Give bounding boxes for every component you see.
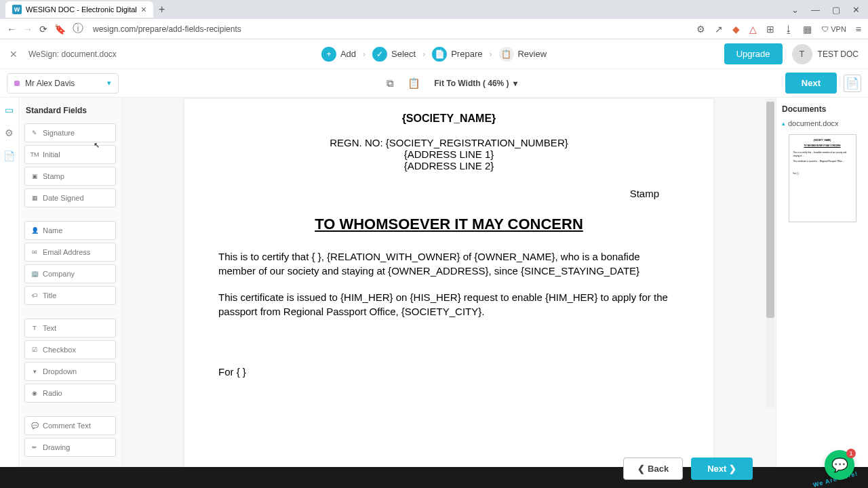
field-radio[interactable]: ◉Radio <box>24 384 116 403</box>
canvas-scrollbar[interactable] <box>766 99 774 407</box>
chat-bubble[interactable]: 💬 1 <box>825 450 854 480</box>
translate-icon[interactable]: ⚙ <box>696 24 705 35</box>
page-fields-icon[interactable]: 📄 <box>844 75 861 92</box>
paste-icon[interactable]: 📋 <box>408 77 420 89</box>
new-tab-button[interactable]: + <box>159 3 165 16</box>
dropdown-icon: ▾ <box>31 367 39 375</box>
next-top-button[interactable]: Next <box>785 73 837 94</box>
window-controls: ⌄ — ▢ ✕ <box>791 5 868 15</box>
doc-addr1: {ADDRESS LINE 1} <box>218 148 679 160</box>
fields-heading: Standard Fields <box>19 98 121 121</box>
fields-tab-icon[interactable]: ▭ <box>5 104 14 115</box>
chevron-down-icon: ▾ <box>107 79 111 87</box>
vpn-badge[interactable]: 🛡 VPN <box>821 25 846 33</box>
comment-icon: 💬 <box>31 422 39 430</box>
workflow-stepper: + Add › ✓ Select › 📄 Prepare › 📋 Review <box>321 47 547 62</box>
shield-icon[interactable]: ◆ <box>732 24 740 35</box>
step-prepare[interactable]: 📄 Prepare <box>432 47 482 62</box>
caret-up-icon: ▴ <box>782 120 785 127</box>
document-canvas[interactable]: {SOCIETY_NAME} REGN. NO: {SOCIETY_REGIST… <box>122 98 776 467</box>
tab-title: WESIGN DOC - Electronic Digital <box>26 5 137 14</box>
calendar-icon: ▦ <box>31 194 39 202</box>
recipient-color-icon <box>14 81 20 86</box>
share-icon[interactable]: ↗ <box>715 24 723 35</box>
chevron-right-icon: › <box>363 49 366 59</box>
browser-tab-strip: W WESIGN DOC - Electronic Digital × + ⌄ … <box>0 0 868 19</box>
document-icon: 📄 <box>432 47 447 62</box>
upgrade-button[interactable]: Upgrade <box>724 43 783 64</box>
document-page[interactable]: {SOCIETY_NAME} REGN. NO: {SOCIETY_REGIST… <box>184 99 713 467</box>
avatar: T <box>792 44 812 64</box>
site-info-icon[interactable]: ⓘ <box>73 22 83 36</box>
field-signature[interactable]: ✎Signature <box>24 123 116 142</box>
bookmark-outline-icon[interactable]: 🔖 <box>54 24 66 35</box>
close-window-icon[interactable]: ✕ <box>852 5 860 15</box>
back-button[interactable]: ❮ Back <box>623 458 683 480</box>
calendar-icon[interactable]: ▦ <box>803 24 812 35</box>
minimize-icon[interactable]: — <box>811 5 820 15</box>
stamp-icon: ▣ <box>31 172 39 180</box>
field-title[interactable]: 🏷Title <box>24 286 116 305</box>
url-bar[interactable]: wesign.com/prepare/add-fields-recipients <box>90 24 690 34</box>
building-icon: 🏢 <box>31 270 39 278</box>
pencil-icon: ✏ <box>31 443 39 451</box>
field-email[interactable]: ✉Email Address <box>24 243 116 262</box>
copy-icon[interactable]: ⧉ <box>387 77 394 89</box>
doc-label: WeSign: document.docx <box>28 49 117 59</box>
reload-icon[interactable]: ⟳ <box>39 24 47 35</box>
recipient-name: Mr Alex Davis <box>25 79 75 88</box>
check-icon: ✓ <box>372 47 387 62</box>
chevron-down-icon[interactable]: ⌄ <box>791 5 799 15</box>
bottom-nav: ❮ Back Next ❯ <box>623 458 753 480</box>
step-add[interactable]: + Add <box>321 47 356 62</box>
field-checkbox[interactable]: ☑Checkbox <box>24 340 116 359</box>
browser-toolbar: ← → ⟳ 🔖 ⓘ wesign.com/prepare/add-fields-… <box>0 19 868 39</box>
doc-para2: This certificate is issued to {HIM_HER} … <box>218 290 679 319</box>
field-comment[interactable]: 💬Comment Text <box>24 416 116 435</box>
pages-tab-icon[interactable]: 📄 <box>3 150 15 161</box>
field-drawing[interactable]: ✏Drawing <box>24 438 116 457</box>
fields-panel: Standard Fields ✎Signature TMInitial ▣St… <box>19 98 122 467</box>
nav-forward-icon[interactable]: → <box>23 24 33 35</box>
chevron-down-icon: ▾ <box>513 79 517 88</box>
plus-icon: + <box>321 47 336 62</box>
zoom-dropdown[interactable]: Fit To Width ( 46% ) ▾ <box>434 79 517 88</box>
step-select[interactable]: ✓ Select <box>372 47 416 62</box>
tab-favicon: W <box>12 5 22 14</box>
recipient-dropdown[interactable]: Mr Alex Davis ▾ <box>7 73 119 94</box>
maximize-icon[interactable]: ▢ <box>832 5 840 15</box>
initial-icon: TM <box>31 150 39 159</box>
downloads-icon[interactable]: ⭳ <box>784 24 793 35</box>
chevron-right-icon: › <box>489 49 492 59</box>
app-topbar: ✕ WeSign: document.docx + Add › ✓ Select… <box>0 39 868 69</box>
checkbox-icon: ☑ <box>31 346 39 354</box>
field-text[interactable]: TText <box>24 319 116 338</box>
settings-tab-icon[interactable]: ⚙ <box>5 127 14 138</box>
doc-para1: This is to certify that { }, {RELATION_W… <box>218 249 679 278</box>
doc-addr2: {ADDRESS LINE 2} <box>218 160 679 171</box>
documents-panel: Documents ▴ document.docx {SOCIETY_NAME}… <box>776 98 868 467</box>
doc-tree-item[interactable]: ▴ document.docx <box>782 119 863 127</box>
documents-heading: Documents <box>782 104 863 114</box>
field-initial[interactable]: TMInitial <box>24 145 116 164</box>
email-icon: ✉ <box>31 248 39 256</box>
radio-icon: ◉ <box>31 389 39 397</box>
next-button[interactable]: Next ❯ <box>691 458 753 480</box>
field-date-signed[interactable]: ▦Date Signed <box>24 188 116 207</box>
browser-tab[interactable]: W WESIGN DOC - Electronic Digital × <box>5 1 153 18</box>
user-menu[interactable]: T TEST DOC <box>792 44 859 64</box>
doc-society-name: {SOCIETY_NAME} <box>218 113 679 125</box>
field-company[interactable]: 🏢Company <box>24 264 116 283</box>
extensions-icon[interactable]: ⊞ <box>766 24 774 35</box>
menu-icon[interactable]: ≡ <box>856 24 861 35</box>
step-review[interactable]: 📋 Review <box>498 47 547 62</box>
page-thumbnail[interactable]: {SOCIETY_NAME} TO WHOMSOEVER IT MAY CONC… <box>789 134 856 222</box>
tab-close-icon[interactable]: × <box>141 4 146 15</box>
close-prepare-icon[interactable]: ✕ <box>9 49 18 60</box>
doc-regn: REGN. NO: {SOCIETY_REGISTRATION_NUMBER} <box>218 137 679 148</box>
field-name[interactable]: 👤Name <box>24 221 116 240</box>
field-dropdown[interactable]: ▾Dropdown <box>24 362 116 381</box>
field-stamp[interactable]: ▣Stamp <box>24 167 116 186</box>
nav-back-icon[interactable]: ← <box>7 24 16 35</box>
triangle-icon[interactable]: △ <box>749 24 757 35</box>
